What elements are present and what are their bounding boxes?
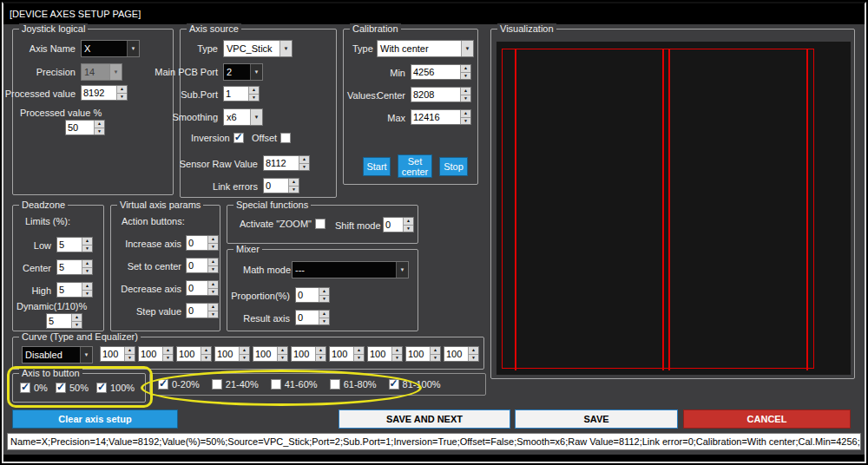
curve-eq-spinner-10[interactable]: 100▲▼	[444, 346, 479, 362]
spinner-down-icon[interactable]: ▼	[207, 288, 218, 296]
deadzone-center-spinner[interactable]: 5▲▼	[56, 259, 93, 275]
spinner-down-icon[interactable]: ▼	[460, 117, 470, 125]
spinner-up-icon[interactable]: ▲	[319, 311, 329, 318]
axis-to-button-50pct-checkbox[interactable]: 50%	[56, 383, 89, 393]
curve-eq-spinner-9[interactable]: 100▲▼	[405, 346, 441, 362]
spinner-up-icon[interactable]: ▲	[124, 347, 135, 354]
spinner-down-icon[interactable]: ▼	[82, 290, 92, 298]
spinner-down-icon[interactable]: ▼	[277, 354, 287, 362]
checkbox-box[interactable]	[20, 383, 30, 393]
spinner-value[interactable]: 5	[57, 260, 82, 274]
spinner-down-icon[interactable]: ▼	[82, 267, 92, 275]
set-center-button[interactable]: Set center	[398, 154, 432, 178]
calibration-max-spinner[interactable]: 12416▲▼	[411, 109, 471, 125]
spinner-up-icon[interactable]: ▲	[82, 260, 92, 267]
spinner-up-icon[interactable]: ▲	[319, 288, 329, 295]
calibration-min-spinner[interactable]: 4256▲▼	[411, 64, 471, 80]
main-pcb-port-select[interactable]: 2▼	[223, 63, 263, 81]
shift-mode-spinner[interactable]: 0▲▼	[383, 217, 414, 232]
decrease-axis-spinner[interactable]: 0▲▼	[186, 280, 219, 296]
chevron-down-icon[interactable]: ▼	[461, 41, 473, 56]
spinner-up-icon[interactable]: ▲	[94, 121, 104, 128]
curve-eq-spinner-6[interactable]: 100▲▼	[291, 346, 326, 362]
range-81-100-checkbox[interactable]: 81-100%	[389, 379, 441, 390]
spinner-value[interactable]: 5	[47, 314, 71, 328]
math-mode-select[interactable]: ---▼	[292, 261, 409, 278]
spinner-down-icon[interactable]: ▼	[299, 163, 309, 171]
processed-value-pct-spinner[interactable]: 50▲▼	[65, 120, 105, 135]
spinner-up-icon[interactable]: ▲	[248, 87, 259, 94]
checkbox-box[interactable]	[96, 383, 107, 393]
spinner-down-icon[interactable]: ▼	[201, 354, 211, 362]
spinner-up-icon[interactable]: ▲	[207, 304, 218, 311]
chevron-down-icon[interactable]: ▼	[127, 41, 139, 56]
deadzone-low-spinner[interactable]: 5▲▼	[56, 237, 93, 252]
spinner-value[interactable]: 0	[384, 218, 403, 232]
spinner-down-icon[interactable]: ▼	[116, 93, 127, 101]
spinner-down-icon[interactable]: ▼	[71, 321, 82, 329]
cancel-button[interactable]: CANCEL	[683, 409, 851, 429]
curve-eq-spinner-1[interactable]: 100▲▼	[100, 346, 135, 362]
spinner-value[interactable]: 100	[368, 347, 391, 361]
spinner-value[interactable]: 100	[253, 347, 277, 361]
checkbox-box[interactable]	[315, 219, 326, 229]
spinner-value[interactable]: 5	[57, 238, 82, 252]
chevron-down-icon[interactable]: ▼	[396, 262, 408, 278]
axis-to-button-0pct-checkbox[interactable]: 0%	[20, 383, 48, 393]
checkbox-box[interactable]	[271, 379, 281, 390]
spinner-up-icon[interactable]: ▲	[403, 218, 413, 225]
spinner-down-icon[interactable]: ▼	[460, 95, 470, 102]
spinner-value[interactable]: 100	[330, 347, 353, 361]
spinner-up-icon[interactable]: ▲	[82, 283, 92, 290]
spinner-down-icon[interactable]: ▼	[207, 311, 218, 318]
clear-axis-setup-button[interactable]: Clear axis setup	[12, 409, 178, 429]
spinner-up-icon[interactable]: ▲	[71, 314, 82, 321]
range-61-80-checkbox[interactable]: 61-80%	[330, 379, 377, 390]
spinner-value[interactable]: 8192	[82, 86, 116, 100]
spinner-value[interactable]: 100	[139, 347, 162, 361]
smoothing-select[interactable]: x6▼	[223, 108, 263, 126]
spinner-down-icon[interactable]: ▼	[319, 295, 329, 303]
spinner-down-icon[interactable]: ▼	[460, 72, 470, 80]
curve-eq-spinner-8[interactable]: 100▲▼	[367, 346, 403, 362]
spinner-up-icon[interactable]: ▲	[460, 110, 470, 117]
sub-port-spinner[interactable]: 1▲▼	[223, 86, 260, 102]
checkbox-box[interactable]	[330, 379, 340, 390]
spinner-value[interactable]: 0	[296, 311, 319, 324]
deadzone-dynamic-spinner[interactable]: 5▲▼	[46, 313, 82, 329]
curve-eq-spinner-7[interactable]: 100▲▼	[329, 346, 365, 362]
chevron-down-icon[interactable]: ▼	[250, 64, 262, 80]
checkbox-box[interactable]	[280, 133, 291, 143]
chevron-down-icon[interactable]: ▼	[250, 109, 262, 125]
spinner-up-icon[interactable]: ▲	[207, 259, 218, 265]
calibration-center-spinner[interactable]: 8208▲▼	[411, 87, 471, 102]
spinner-value[interactable]: 0	[187, 281, 207, 295]
activate-zoom-checkbox[interactable]: Activate "ZOOM"	[240, 219, 326, 229]
link-errors-spinner[interactable]: 0▲▼	[263, 178, 299, 193]
spinner-up-icon[interactable]: ▲	[116, 86, 127, 93]
spinner-up-icon[interactable]: ▲	[353, 347, 364, 354]
curve-eq-spinner-2[interactable]: 100▲▼	[138, 346, 174, 362]
spinner-down-icon[interactable]: ▼	[391, 354, 402, 362]
deadzone-high-spinner[interactable]: 5▲▼	[56, 282, 93, 298]
spinner-down-icon[interactable]: ▼	[94, 128, 104, 135]
spinner-up-icon[interactable]: ▲	[239, 347, 249, 354]
spinner-value[interactable]: 50	[66, 121, 94, 134]
increase-axis-spinner[interactable]: 0▲▼	[186, 235, 219, 251]
calibration-type-select[interactable]: With center▼	[377, 40, 474, 57]
spinner-up-icon[interactable]: ▲	[277, 347, 287, 354]
checkbox-box[interactable]	[158, 379, 168, 390]
spinner-up-icon[interactable]: ▲	[288, 179, 299, 186]
spinner-down-icon[interactable]: ▼	[82, 245, 92, 252]
spinner-down-icon[interactable]: ▼	[430, 354, 440, 362]
spinner-value[interactable]: 0	[187, 236, 207, 250]
spinner-value[interactable]: 12416	[411, 110, 460, 124]
chevron-down-icon[interactable]: ▼	[279, 41, 292, 56]
spinner-value[interactable]: 5	[57, 283, 82, 297]
step-value-spinner[interactable]: 0▲▼	[186, 303, 219, 318]
spinner-up-icon[interactable]: ▲	[460, 88, 470, 95]
checkbox-box[interactable]	[56, 383, 66, 393]
spinner-value[interactable]: 1	[224, 87, 248, 101]
spinner-down-icon[interactable]: ▼	[207, 265, 218, 273]
spinner-value[interactable]: 100	[406, 347, 430, 361]
